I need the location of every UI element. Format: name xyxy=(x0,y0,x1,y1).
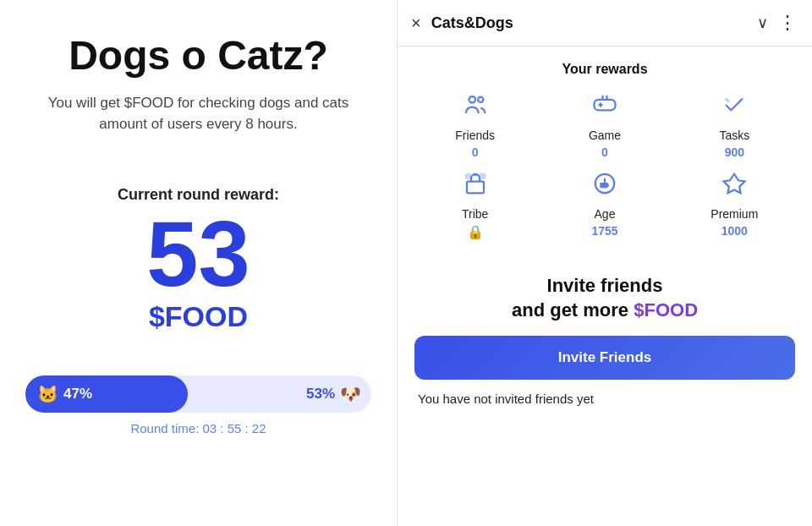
tribe-icon xyxy=(463,171,488,202)
close-button[interactable]: × xyxy=(411,14,421,31)
friends-value: 0 xyxy=(472,145,479,159)
svg-point-1 xyxy=(478,97,483,102)
topbar-title: Cats&Dogs xyxy=(431,14,747,32)
svg-rect-7 xyxy=(465,174,469,178)
invite-title: Invite friends and get more $FOOD xyxy=(414,274,795,322)
tasks-label: Tasks xyxy=(719,129,749,142)
tasks-icon xyxy=(721,92,747,123)
right-panel: × Cats&Dogs ∨ ⋮ Your rewards Friends 0 xyxy=(398,0,812,526)
game-value: 0 xyxy=(601,145,608,159)
svg-rect-8 xyxy=(480,174,485,178)
age-label: Age xyxy=(595,207,616,221)
premium-label: Premium xyxy=(710,207,758,221)
reward-item-age: KD Age 1755 xyxy=(544,171,665,240)
reward-item-tasks: Tasks 900 xyxy=(674,92,795,159)
tasks-value: 900 xyxy=(725,145,744,159)
rewards-section: Your rewards Friends 0 xyxy=(398,47,812,260)
reward-item-tribe: Tribe 🔒 xyxy=(414,171,535,240)
round-time: Round time: 03 : 55 : 22 xyxy=(130,421,266,436)
rewards-title: Your rewards xyxy=(414,62,795,77)
svg-rect-2 xyxy=(594,100,615,111)
svg-rect-5 xyxy=(467,182,484,194)
progress-right-percent: 53% xyxy=(306,386,335,403)
invite-friends-button[interactable]: Invite Friends xyxy=(414,336,795,380)
reward-number: 53 xyxy=(146,207,250,300)
progress-right: 53% 🐶 xyxy=(306,384,361,404)
friends-icon xyxy=(463,92,488,123)
top-bar: × Cats&Dogs ∨ ⋮ xyxy=(398,0,812,47)
invite-section: Invite friends and get more $FOOD Invite… xyxy=(398,260,812,419)
game-icon xyxy=(592,92,617,123)
more-options-icon[interactable]: ⋮ xyxy=(778,12,798,34)
age-value: 1755 xyxy=(591,224,617,238)
game-label: Game xyxy=(589,129,621,142)
friends-label: Friends xyxy=(455,129,495,142)
main-title: Dogs o Catz? xyxy=(69,34,328,79)
lock-icon: 🔒 xyxy=(467,224,484,240)
cat-icon: 🐱 xyxy=(37,384,58,404)
premium-icon xyxy=(721,171,747,202)
progress-bar-fill: 🐱 47% xyxy=(25,375,188,413)
round-time-label: Round time: xyxy=(130,421,199,436)
subtitle: You will get $FOOD for checking dogs and… xyxy=(25,92,371,135)
reward-currency: $FOOD xyxy=(149,300,248,333)
no-friends-text: You have not invited friends yet xyxy=(414,392,795,406)
invite-food-highlight: $FOOD xyxy=(634,299,698,321)
reward-item-friends: Friends 0 xyxy=(414,92,535,159)
svg-point-0 xyxy=(469,96,475,103)
left-panel: Dogs o Catz? You will get $FOOD for chec… xyxy=(0,0,398,526)
reward-item-premium: Premium 1000 xyxy=(674,171,795,240)
rewards-grid: Friends 0 Game 0 xyxy=(414,92,795,240)
svg-marker-11 xyxy=(724,174,745,194)
reward-item-game: Game 0 xyxy=(544,92,665,159)
invite-title-line1: Invite friends xyxy=(547,275,663,296)
age-icon: KD xyxy=(592,171,617,202)
progress-bar-container: 🐱 47% 53% 🐶 xyxy=(25,375,371,413)
invite-title-line2: and get more xyxy=(512,299,628,321)
chevron-down-icon[interactable]: ∨ xyxy=(757,14,768,32)
round-time-value: 03 : 55 : 22 xyxy=(202,421,266,436)
tribe-label: Tribe xyxy=(462,207,488,221)
premium-value: 1000 xyxy=(721,224,748,238)
dog-icon: 🐶 xyxy=(340,384,361,404)
svg-text:KD: KD xyxy=(601,182,609,188)
progress-left-percent: 47% xyxy=(63,386,92,403)
